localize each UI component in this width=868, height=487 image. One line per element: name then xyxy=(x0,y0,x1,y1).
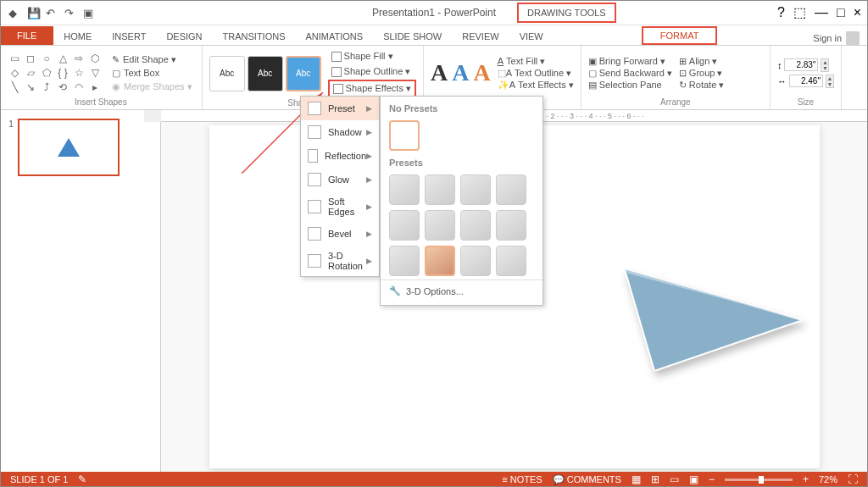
sorter-view-icon[interactable]: ⊞ xyxy=(651,473,659,485)
zoom-in-icon[interactable]: + xyxy=(803,473,809,485)
group-insert-shapes: ▭◻○△⇨⬡ ◇▱⬠{ }☆▽ ╲↘⤴⟲◠▸ ✎Edit Shape ▾ ▢Te… xyxy=(0,46,203,109)
zoom-value[interactable]: 72% xyxy=(819,474,837,484)
comments-button[interactable]: 💬 COMMENTS xyxy=(553,474,621,485)
bring-forward-button[interactable]: ▣ Bring Forward ▾ xyxy=(588,56,672,67)
width-down[interactable]: ▼ xyxy=(826,81,833,87)
tab-home[interactable]: HOME xyxy=(53,28,102,45)
zoom-slider[interactable] xyxy=(725,479,793,481)
shape-style-gallery[interactable]: Abc Abc Abc xyxy=(209,56,321,91)
drawing-tools-context: DRAWING TOOLS xyxy=(517,3,616,23)
chevron-right-icon: ▶ xyxy=(366,202,372,211)
zoom-out-icon[interactable]: − xyxy=(709,473,715,485)
minimize-icon[interactable]: — xyxy=(815,5,828,20)
slide-panel[interactable]: 1 xyxy=(0,110,144,472)
height-down[interactable]: ▼ xyxy=(821,65,828,71)
notes-button[interactable]: ≡ NOTES xyxy=(502,474,542,484)
tab-slideshow[interactable]: SLIDE SHOW xyxy=(373,28,452,45)
preset-swatch[interactable] xyxy=(389,174,420,205)
edit-shape-label: Edit Shape ▾ xyxy=(123,54,176,65)
insert-shapes-label: Insert Shapes xyxy=(7,97,195,108)
selection-pane-button[interactable]: ▤ Selection Pane xyxy=(588,80,672,91)
save-icon[interactable]: 💾 xyxy=(27,7,39,19)
tab-transitions[interactable]: TRANSITIONS xyxy=(213,28,296,45)
preset-swatch[interactable] xyxy=(496,246,526,276)
effects-softedges[interactable]: Soft Edges ▶ xyxy=(301,191,379,222)
text-box-label: Text Box xyxy=(124,68,159,78)
preset-swatch[interactable] xyxy=(460,210,491,241)
edit-shape-button[interactable]: ✎Edit Shape ▾ xyxy=(109,53,195,66)
reading-view-icon[interactable]: ▭ xyxy=(670,473,679,485)
send-backward-button[interactable]: ▢ Send Backward ▾ xyxy=(588,68,672,79)
reflection-icon xyxy=(308,149,318,163)
tab-animations[interactable]: ANIMATIONS xyxy=(296,28,374,45)
sign-in[interactable]: Sign in xyxy=(813,31,860,45)
tab-insert[interactable]: INSERT xyxy=(102,28,156,45)
effects-3drotation[interactable]: 3-D Rotation ▶ xyxy=(301,246,379,276)
preset-swatch[interactable] xyxy=(425,210,455,241)
spellcheck-icon[interactable]: ✎ xyxy=(78,473,86,485)
width-up[interactable]: ▲ xyxy=(826,75,833,81)
style-swatch-2[interactable]: Abc xyxy=(248,56,283,91)
preset-swatch[interactable] xyxy=(389,246,420,276)
effects-bevel[interactable]: Bevel ▶ xyxy=(301,222,379,246)
style-swatch-1[interactable]: Abc xyxy=(209,56,245,91)
slide-info: SLIDE 1 OF 1 xyxy=(10,474,68,484)
preset-swatch[interactable] xyxy=(425,174,455,205)
rotate-button[interactable]: ↻ Rotate ▾ xyxy=(679,80,763,91)
tab-review[interactable]: REVIEW xyxy=(452,28,509,45)
style-swatch-3[interactable]: Abc xyxy=(286,56,321,91)
effects-shadow[interactable]: Shadow ▶ xyxy=(301,120,379,144)
preset-swatch[interactable] xyxy=(460,174,491,205)
presets-label: Presets xyxy=(381,154,542,171)
shape-fill-label: Shape Fill ▾ xyxy=(344,51,393,62)
thumbnail-triangle-shape xyxy=(58,138,80,157)
align-button[interactable]: ⊞ Align ▾ xyxy=(679,56,763,67)
text-outline-button[interactable]: ⬚AText Outline ▾ xyxy=(498,68,574,79)
titlebar: ◆ 💾 ↶ ↷ ▣ Presentation1 - PowerPoint DRA… xyxy=(0,0,868,25)
chevron-right-icon: ▶ xyxy=(366,152,372,160)
slideshow-view-icon[interactable]: ▣ xyxy=(689,473,698,485)
fit-to-window-icon[interactable]: ⛶ xyxy=(848,473,858,485)
height-up[interactable]: ▲ xyxy=(821,59,828,65)
preset-swatch[interactable] xyxy=(389,210,420,241)
width-input[interactable] xyxy=(789,75,823,87)
shape-fill-button[interactable]: Shape Fill ▾ xyxy=(328,49,416,64)
tab-view[interactable]: VIEW xyxy=(509,28,554,45)
group-button[interactable]: ⊡ Group ▾ xyxy=(679,68,763,79)
effects-preset[interactable]: Preset ▶ xyxy=(301,97,379,120)
window-title: Presentation1 - PowerPoint xyxy=(372,7,496,19)
triangle-shape[interactable] xyxy=(625,269,803,371)
shape-outline-button[interactable]: Shape Outline ▾ xyxy=(328,64,416,79)
effects-reflection[interactable]: Reflection ▶ xyxy=(301,144,379,168)
redo-icon[interactable]: ↷ xyxy=(64,7,76,19)
wordart-gallery[interactable]: A A A xyxy=(431,59,491,86)
tab-format[interactable]: FORMAT xyxy=(642,26,718,45)
tab-design[interactable]: DESIGN xyxy=(156,28,212,45)
preset-swatch-selected[interactable] xyxy=(425,246,455,276)
3d-options-button[interactable]: 🔧 3-D Options... xyxy=(381,279,542,302)
height-input-wrap: ↕ ▲▼ xyxy=(777,58,834,72)
options3d-icon: 🔧 xyxy=(389,285,401,296)
preset-swatch[interactable] xyxy=(496,210,526,241)
start-show-icon[interactable]: ▣ xyxy=(83,7,95,19)
tab-file[interactable]: FILE xyxy=(0,26,53,45)
preset-swatch[interactable] xyxy=(496,174,526,205)
preset-none[interactable] xyxy=(389,120,420,151)
effects-glow[interactable]: Glow ▶ xyxy=(301,168,379,191)
width-icon: ↔ xyxy=(777,76,787,86)
text-fill-button[interactable]: AText Fill ▾ xyxy=(498,56,574,67)
text-box-button[interactable]: ▢Text Box xyxy=(109,67,195,80)
text-effects-button[interactable]: ✨AText Effects ▾ xyxy=(498,80,574,91)
slide-thumbnail[interactable] xyxy=(18,119,120,176)
height-input[interactable] xyxy=(784,58,818,71)
close-icon[interactable]: × xyxy=(854,5,861,20)
statusbar: SLIDE 1 OF 1 ✎ ≡ NOTES 💬 COMMENTS ▦ ⊞ ▭ … xyxy=(0,472,868,487)
maximize-icon[interactable]: □ xyxy=(837,5,845,20)
shape-effects-button[interactable]: Shape Effects ▾ xyxy=(328,80,416,97)
preset-swatch[interactable] xyxy=(460,246,491,276)
ribbon-display-icon[interactable]: ⬚ xyxy=(793,4,806,20)
undo-icon[interactable]: ↶ xyxy=(46,7,58,19)
shapes-gallery[interactable]: ▭◻○△⇨⬡ ◇▱⬠{ }☆▽ ╲↘⤴⟲◠▸ xyxy=(7,52,103,94)
normal-view-icon[interactable]: ▦ xyxy=(632,473,641,485)
help-icon[interactable]: ? xyxy=(777,5,785,20)
